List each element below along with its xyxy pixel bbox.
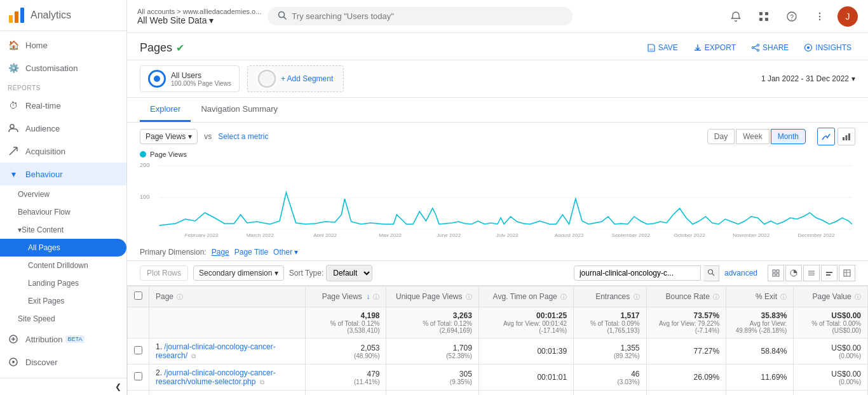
summary-pv-sub: % of Total: 0.12% (3,538,410) xyxy=(312,320,380,334)
dim-page-link[interactable]: Page xyxy=(212,248,229,257)
sidebar-item-acquisition[interactable]: Acquisition xyxy=(0,140,126,163)
attribution-beta-badge: BETA xyxy=(65,335,85,343)
sidebar-item-content-drilldown[interactable]: Content Drilldown xyxy=(0,257,126,274)
realtime-icon: ⏱ xyxy=(8,100,19,111)
select-metric-link[interactable]: Select a metric xyxy=(218,132,268,141)
page-info-icon: ⓘ xyxy=(177,293,183,300)
col-header-page-views: Page Views ↓ ⓘ xyxy=(305,286,386,307)
header-actions: SAVE EXPORT SHARE INSIGHTS xyxy=(643,41,855,55)
tab-navigation-summary[interactable]: Navigation Summary xyxy=(191,98,288,122)
row1-pv-pct: (48.90%) xyxy=(312,352,380,359)
sidebar-item-site-content[interactable]: ▾ Site Content xyxy=(0,221,126,239)
summary-row: 4,198 % of Total: 0.12% (3,538,410) 3,26… xyxy=(128,307,868,338)
row1-checkbox[interactable] xyxy=(134,346,142,354)
row1-check[interactable] xyxy=(128,338,149,365)
sidebar-item-behaviour[interactable]: ▾ Behaviour xyxy=(0,163,126,185)
row1-external-icon: ⧉ xyxy=(191,352,196,359)
sidebar-item-all-pages[interactable]: All Pages xyxy=(0,239,126,257)
summary-exit-pct: 35.83% Avg for View: 49.89% (-28.18%) xyxy=(726,307,794,338)
add-segment-button[interactable]: + Add Segment xyxy=(247,65,344,92)
dim-other-link[interactable]: Other ▾ xyxy=(273,248,298,257)
page-content: Pages ✔ SAVE EXPORT SHARE INSIG xyxy=(127,33,868,395)
sidebar-item-attribution[interactable]: Attribution BETA xyxy=(0,328,126,351)
discover-icon xyxy=(8,356,19,368)
svg-rect-1 xyxy=(15,11,18,23)
metric-select[interactable]: Page Views ▾ xyxy=(140,129,198,144)
sidebar-item-exit-pages[interactable]: Exit Pages xyxy=(0,292,126,310)
bar-chart-button[interactable] xyxy=(837,128,855,145)
search-filter-input[interactable] xyxy=(574,265,701,281)
svg-text:May 2022: May 2022 xyxy=(379,232,402,237)
site-select[interactable]: All Web Site Data ▾ xyxy=(137,15,261,25)
date-range-selector[interactable]: 1 Jan 2022 - 31 Dec 2022 ▾ xyxy=(761,74,855,83)
table-list-button[interactable] xyxy=(803,265,820,281)
metric-select-label: Page Views xyxy=(146,132,186,141)
row1-page-link[interactable]: /journal-clinical-oncology-cancer-resear… xyxy=(156,342,276,360)
row1-bounce-rate: 77.27% xyxy=(646,338,726,365)
table-bar-button[interactable] xyxy=(821,265,837,281)
table-grid-button[interactable] xyxy=(768,265,784,281)
dim-page-title-link[interactable]: Page Title xyxy=(234,248,268,257)
apps-button[interactable] xyxy=(754,6,774,27)
sidebar-item-label: Home xyxy=(25,41,48,50)
help-button[interactable]: ? xyxy=(782,6,802,27)
insights-button[interactable]: INSIGHTS xyxy=(800,41,855,55)
row2-check[interactable] xyxy=(128,365,149,391)
data-table: Page ⓘ Page Views ↓ ⓘ Unique Page Views … xyxy=(127,286,868,395)
line-chart-button[interactable] xyxy=(817,128,835,145)
sidebar-item-customisation[interactable]: ⚙️ Customisation xyxy=(0,57,126,79)
search-filter-button[interactable] xyxy=(703,265,719,281)
search-bar[interactable] xyxy=(268,7,573,25)
sidebar-collapse-button[interactable]: ❮ xyxy=(0,378,126,395)
row1-pval: US$0.00 xyxy=(831,344,861,352)
sidebar-app-title: Analytics xyxy=(31,10,71,21)
row3-check[interactable] xyxy=(128,391,149,396)
notifications-button[interactable] xyxy=(726,6,746,27)
export-button[interactable]: EXPORT xyxy=(689,41,740,55)
day-button[interactable]: Day xyxy=(707,129,735,144)
row1-exit-pct: 58.84% xyxy=(726,338,794,365)
secondary-dimension-select[interactable]: Secondary dimension ▾ xyxy=(193,265,284,281)
row2-checkbox[interactable] xyxy=(134,372,142,380)
more-options-button[interactable] xyxy=(810,6,830,27)
search-icon xyxy=(278,11,287,22)
col-header-unique-pv: Unique Page Views ⓘ xyxy=(386,286,478,307)
all-users-segment[interactable]: All Users 100.00% Page Views xyxy=(140,65,240,92)
sidebar-item-admin[interactable]: ⚙ Admin xyxy=(0,373,126,378)
svg-rect-27 xyxy=(848,133,850,140)
avatar[interactable]: J xyxy=(837,6,858,27)
search-input[interactable] xyxy=(292,11,562,21)
sidebar-item-realtime[interactable]: ⏱ Real-time xyxy=(0,94,126,117)
week-button[interactable]: Week xyxy=(736,129,769,144)
share-button[interactable]: SHARE xyxy=(747,41,792,55)
row1-ent: 1,355 xyxy=(621,344,640,352)
row2-page-link[interactable]: /journal-clinical-oncology-cancer-resear… xyxy=(156,368,276,386)
row1-page-views: 2,053 (48.90%) xyxy=(305,338,386,365)
sidebar-item-site-speed[interactable]: Site Speed xyxy=(0,310,126,328)
svg-text:November 2022: November 2022 xyxy=(733,232,770,237)
sidebar-item-home[interactable]: 🏠 Home xyxy=(0,34,126,57)
col-header-bounce-rate: Bounce Rate ⓘ xyxy=(646,286,726,307)
sidebar-item-landing-pages[interactable]: Landing Pages xyxy=(0,274,126,292)
chart-type-buttons xyxy=(817,128,855,145)
site-speed-label: Site Speed xyxy=(18,314,55,323)
svg-line-23 xyxy=(754,48,757,50)
select-all-checkbox[interactable] xyxy=(134,291,142,300)
row3-exit-pct: 10.53% xyxy=(726,391,794,396)
month-button[interactable]: Month xyxy=(771,129,806,144)
table-pivot-button[interactable] xyxy=(839,265,855,281)
col-header-exit-pct: % Exit ⓘ xyxy=(726,286,794,307)
sidebar-item-audience[interactable]: Audience xyxy=(0,117,126,140)
save-button[interactable]: SAVE xyxy=(643,41,682,55)
sort-default-select[interactable]: Default xyxy=(326,265,372,281)
sidebar-item-discover[interactable]: Discover xyxy=(0,351,126,373)
br-info-icon: ⓘ xyxy=(713,293,719,300)
advanced-link[interactable]: advanced xyxy=(724,269,757,278)
table-pie-button[interactable] xyxy=(785,265,802,281)
tab-explorer[interactable]: Explorer xyxy=(140,98,191,122)
add-segment-label: + Add Segment xyxy=(281,74,333,83)
sidebar-item-overview[interactable]: Overview xyxy=(0,185,126,203)
sidebar-item-behaviour-flow[interactable]: Behaviour Flow xyxy=(0,203,126,221)
discover-label: Discover xyxy=(25,358,58,367)
legend-label: Page Views xyxy=(150,151,187,158)
